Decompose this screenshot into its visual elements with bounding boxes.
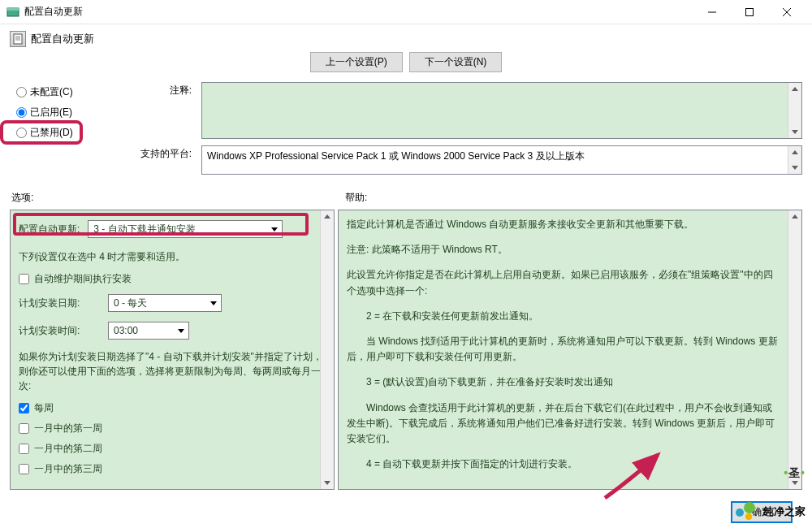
window-titlebar: 配置自动更新	[0, 0, 812, 24]
page-header: 配置自动更新	[10, 31, 802, 47]
week3-checkbox[interactable]	[19, 464, 29, 474]
sched-time-value: 03:00	[114, 325, 138, 336]
help-p1: 指定此计算机是否通过 Windows 自动更新服务来接收安全更新和其他重要下载。	[347, 217, 780, 232]
platform-textbox: Windows XP Professional Service Pack 1 或…	[201, 145, 802, 175]
sched-day-dropdown[interactable]: 0 - 每天	[108, 294, 222, 312]
maintenance-install-checkbox[interactable]	[19, 274, 29, 284]
radio-enabled-input[interactable]	[16, 107, 27, 118]
weekly-checkbox-row[interactable]: 每周	[19, 398, 326, 418]
weekly-label: 每周	[34, 401, 54, 415]
next-setting-button[interactable]: 下一个设置(N)	[409, 52, 503, 72]
options-long-note: 如果你为计划安装日期选择了"4 - 自动下载并计划安装"并指定了计划，则你还可以…	[19, 349, 326, 393]
close-button[interactable]	[768, 0, 806, 24]
week1-label: 一月中的第一周	[34, 422, 102, 435]
weekly-checkbox[interactable]	[19, 403, 29, 413]
help-p2: 注意: 此策略不适用于 Windows RT。	[347, 242, 780, 258]
svg-rect-1	[7, 8, 19, 11]
radio-not-configured-input[interactable]	[16, 87, 27, 97]
week2-checkbox-row[interactable]: 一月中的第二周	[19, 439, 326, 459]
help-heading: 帮助:	[339, 191, 802, 205]
radio-disabled-input[interactable]	[16, 128, 27, 138]
config-update-label: 配置自动更新:	[19, 223, 80, 236]
app-icon	[6, 6, 19, 19]
help-p7: Windows 会查找适用于此计算机的更新，并在后台下载它们(在此过程中，用户不…	[347, 400, 780, 448]
maximize-button[interactable]	[731, 0, 768, 24]
svg-rect-6	[14, 34, 22, 44]
state-radio-group: 未配置(C) 已启用(E) 已禁用(D)	[10, 82, 140, 181]
help-p5: 当 Windows 找到适用于此计算机的更新时，系统将通知用户可以下载更新。转到…	[347, 334, 780, 365]
minimize-button[interactable]	[693, 0, 731, 24]
radio-enabled-label: 已启用(E)	[30, 106, 72, 119]
week3-label: 一月中的第三周	[34, 462, 102, 476]
platform-scrollbar[interactable]	[788, 146, 801, 174]
page-title: 配置自动更新	[31, 32, 94, 46]
sched-day-value: 0 - 每天	[114, 297, 147, 309]
platform-text: Windows XP Professional Service Pack 1 或…	[207, 150, 585, 162]
week3-checkbox-row[interactable]: 一月中的第三周	[19, 459, 326, 479]
comment-scrollbar[interactable]	[788, 83, 801, 138]
sched-time-dropdown[interactable]: 03:00	[108, 322, 189, 340]
window-title: 配置自动更新	[24, 5, 83, 19]
week2-label: 一月中的第二周	[34, 442, 102, 456]
sched-time-label: 计划安装时间:	[19, 324, 108, 338]
options-note: 下列设置仅在选中 4 时才需要和适用。	[19, 249, 326, 264]
radio-disabled[interactable]: 已禁用(D)	[16, 123, 140, 143]
window-controls	[693, 0, 806, 24]
help-p6: 3 = (默认设置)自动下载更新，并在准备好安装时发出通知	[347, 374, 780, 390]
watermark-logo: 纯净之家	[736, 502, 806, 522]
options-scrollbar[interactable]	[320, 210, 334, 489]
watermark-brand: 纯净之家	[763, 504, 806, 519]
options-panel: 配置自动更新: 3 - 自动下载并通知安装 下列设置仅在选中 4 时才需要和适用…	[10, 210, 335, 490]
radio-not-configured-label: 未配置(C)	[30, 85, 73, 99]
platform-label: 支持的平台:	[140, 145, 197, 161]
comment-textbox[interactable]	[201, 82, 802, 139]
week1-checkbox[interactable]	[19, 423, 29, 434]
help-p4: 2 = 在下载和安装任何更新前发出通知。	[347, 309, 780, 324]
sched-day-label: 计划安装日期:	[19, 296, 108, 310]
maintenance-install-label: 自动维护期间执行安装	[34, 272, 132, 286]
config-update-dropdown[interactable]: 3 - 自动下载并通知安装	[88, 220, 283, 238]
nav-buttons: 上一个设置(P) 下一个设置(N)	[10, 52, 802, 72]
options-heading: 选项:	[10, 191, 339, 205]
help-panel: 指定此计算机是否通过 Windows 自动更新服务来接收安全更新和其他重要下载。…	[338, 210, 802, 490]
help-p3: 此设置允许你指定是否在此计算机上启用自动更新。如果已启用该服务，必须在"组策略设…	[347, 267, 780, 298]
help-scrollbar[interactable]	[788, 210, 801, 489]
week2-checkbox[interactable]	[19, 444, 29, 454]
watermark-dots-icon	[736, 502, 760, 522]
comment-label: 注释:	[140, 82, 197, 97]
previous-setting-button[interactable]: 上一个设置(P)	[310, 52, 403, 72]
document-icon	[10, 31, 26, 47]
config-update-value: 3 - 自动下载并通知安装	[93, 223, 195, 235]
radio-enabled[interactable]: 已启用(E)	[16, 102, 140, 123]
week1-checkbox-row[interactable]: 一月中的第一周	[19, 418, 326, 439]
svg-rect-3	[746, 8, 754, 15]
maintenance-install-checkbox-row[interactable]: 自动维护期间执行安装	[19, 269, 326, 289]
radio-disabled-label: 已禁用(D)	[30, 126, 73, 140]
radio-not-configured[interactable]: 未配置(C)	[16, 82, 140, 102]
help-p8: 4 = 自动下载更新并按下面指定的计划进行安装。	[347, 457, 780, 472]
watermark-text-top: •圣•	[784, 466, 806, 481]
